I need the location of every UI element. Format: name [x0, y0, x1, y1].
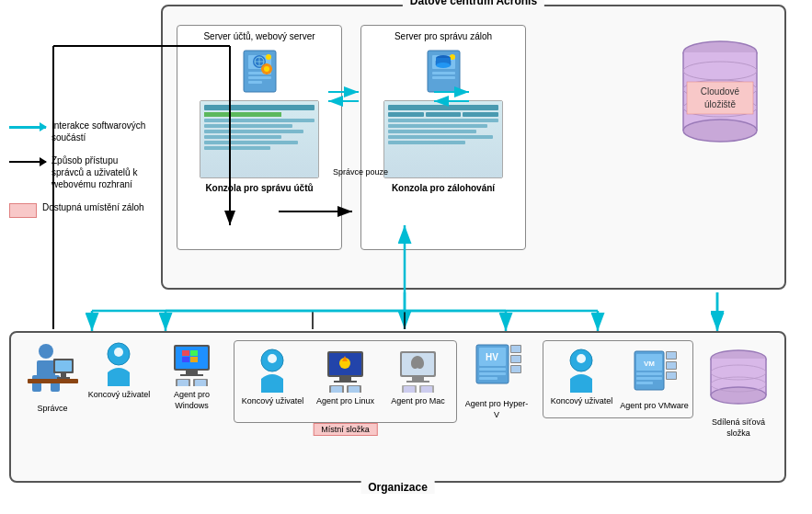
- mistni-slozka-label: Místní složka: [313, 423, 378, 436]
- console-rows: [204, 119, 315, 150]
- agent-linux-label: Agent pro Linux: [316, 396, 374, 407]
- svg-rect-97: [636, 372, 662, 375]
- koncovy-uzivatel-1-label: Koncový uživatel: [88, 390, 151, 401]
- svg-rect-75: [406, 381, 429, 383]
- datacenter-box: Datové centrum Acronis Server účtů, webo…: [161, 5, 786, 290]
- legend-pink-text: Dostupná umístění záloh: [42, 201, 144, 213]
- console-backup-bar-top: [388, 105, 498, 110]
- svg-text:VM: VM: [644, 360, 655, 368]
- server-accounts-icon-container: [177, 46, 341, 97]
- cyan-arrow-legend: [9, 121, 46, 129]
- cloud-storage-icon: Cloudové úložiště: [674, 34, 766, 154]
- legend-black: Způsob přístupu správců a uživatelů k we…: [9, 154, 147, 190]
- console-backup-label: Konzola pro zálohování: [361, 182, 525, 194]
- server-backup-icon: [423, 46, 464, 97]
- console-row-6: [204, 146, 270, 150]
- server-backup-icon-container: [361, 46, 525, 97]
- agent-hyperv-label: Agent pro Hyper-V: [464, 399, 529, 420]
- vmware-group-wrapper: Koncový uživatel VM: [543, 340, 693, 418]
- agent-mac-icon: [397, 347, 439, 393]
- koncovy-uzivatel-2-item: Koncový uživatel: [238, 347, 307, 407]
- koncovy-uzivatel-3-label: Koncový uživatel: [551, 396, 613, 407]
- black-arrow-legend: [9, 156, 46, 163]
- server-backup-label: Server pro správu záloh: [361, 26, 525, 42]
- svg-rect-59: [195, 380, 206, 386]
- svg-rect-84: [479, 372, 506, 375]
- svg-rect-54: [186, 371, 198, 374]
- spravce-label: Správce: [37, 404, 67, 415]
- server-accounts-icon: [239, 46, 280, 97]
- svg-rect-20: [432, 76, 455, 79]
- svg-point-2: [266, 54, 271, 60]
- console-backup-inner: [384, 101, 502, 177]
- backup-row-1: [388, 119, 498, 122]
- svg-rect-5: [248, 81, 262, 84]
- console-row-2: [204, 124, 292, 128]
- koncovy-uzivatel-1-icon: [98, 340, 140, 386]
- agent-vmware-label: Agent pro VMware: [620, 401, 689, 412]
- svg-rect-53: [190, 357, 198, 362]
- agent-hyperv-icon: HV: [472, 340, 522, 395]
- svg-rect-87: [511, 346, 520, 352]
- org-box: Organizace Správce: [9, 331, 786, 483]
- svg-text:úložiště: úložiště: [704, 99, 736, 109]
- cloud-storage-container: Cloudové úložiště: [674, 34, 766, 155]
- pink-box-legend: [9, 203, 37, 218]
- legend: Interakce softwarových součástí Způsob p…: [9, 120, 147, 229]
- group1-icons: Koncový uživatel: [85, 340, 226, 411]
- shared-folder-label: Sdílená síťová složka: [702, 417, 775, 439]
- svg-rect-51: [190, 350, 198, 356]
- server-accounts-label: Server účtů, webový server: [177, 26, 341, 42]
- svg-rect-71: [349, 386, 360, 393]
- svg-rect-19: [432, 72, 455, 74]
- agent-windows-label: Agent pro Windows: [157, 390, 226, 411]
- console-backup-cols: [388, 112, 498, 117]
- agent-vmware-icon: VM: [632, 347, 678, 397]
- group1: Koncový uživatel: [85, 340, 226, 411]
- console-accounts-label: Konzola pro správu účtů: [177, 182, 341, 194]
- console-row-3: [204, 130, 303, 133]
- console-accounts-inner: [200, 101, 318, 177]
- shared-folder-item: Sdílená síťová složka: [702, 340, 775, 439]
- legend-pink: Dostupná umístění záloh: [9, 201, 147, 218]
- agent-windows-icon: [171, 340, 212, 386]
- svg-rect-55: [180, 374, 203, 376]
- group2-box: Koncový uživatel: [234, 340, 457, 423]
- console-bar-top: [204, 105, 315, 110]
- col3: [463, 112, 498, 117]
- admin-area: Správce: [20, 340, 85, 415]
- agent-mac-item: Agent pro Mac: [383, 347, 452, 407]
- shared-folder-icon: [702, 340, 775, 414]
- koncovy-uzivatel-3-icon: [561, 347, 602, 393]
- svg-rect-69: [331, 386, 342, 393]
- svg-point-93: [577, 354, 586, 363]
- datacenter-title: Datové centrum Acronis: [403, 0, 544, 7]
- svg-rect-77: [404, 386, 415, 393]
- svg-rect-89: [511, 356, 520, 362]
- svg-rect-105: [667, 372, 676, 379]
- svg-rect-50: [182, 350, 189, 356]
- svg-rect-52: [182, 357, 189, 362]
- agent-linux-item: Agent pro Linux: [311, 347, 380, 407]
- svg-point-37: [39, 344, 53, 359]
- svg-rect-66: [339, 377, 351, 381]
- agent-mac-label: Agent pro Mac: [391, 396, 445, 407]
- svg-text:HV: HV: [486, 352, 498, 362]
- agent-hyperv-item: HV Agent pro Hyper-V: [464, 340, 529, 420]
- agent-windows-item: Agent pro Windows: [157, 340, 226, 411]
- org-title: Organizace: [360, 481, 435, 494]
- agent-vmware-item: VM Agent pro VMware: [620, 347, 689, 412]
- svg-rect-99: [636, 382, 653, 384]
- svg-rect-4: [248, 76, 271, 79]
- legend-cyan: Interakce softwarových součástí: [9, 120, 147, 143]
- svg-rect-41: [28, 379, 78, 383]
- svg-rect-103: [667, 362, 676, 369]
- svg-point-23: [436, 63, 451, 68]
- svg-rect-98: [636, 377, 662, 380]
- console-backup-screen: [383, 100, 503, 178]
- svg-rect-79: [421, 386, 432, 393]
- backup-row-4: [388, 135, 493, 139]
- backup-row-3: [388, 130, 476, 133]
- agent-linux-icon: [325, 347, 366, 393]
- svg-rect-74: [412, 377, 424, 381]
